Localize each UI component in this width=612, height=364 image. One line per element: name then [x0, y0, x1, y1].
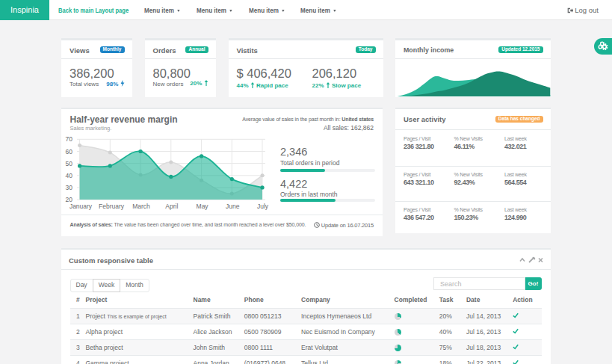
- svg-text:60: 60: [66, 148, 73, 155]
- svg-text:June: June: [226, 203, 240, 210]
- svg-text:July: July: [257, 203, 269, 210]
- svg-text:30: 30: [66, 184, 73, 191]
- svg-text:March: March: [132, 203, 150, 210]
- svg-text:February: February: [99, 203, 125, 210]
- svg-text:70: 70: [66, 135, 73, 143]
- svg-text:May: May: [197, 203, 209, 210]
- svg-text:40: 40: [66, 172, 73, 179]
- svg-text:April: April: [165, 203, 178, 210]
- svg-text:January: January: [69, 203, 93, 210]
- svg-text:50: 50: [66, 160, 73, 167]
